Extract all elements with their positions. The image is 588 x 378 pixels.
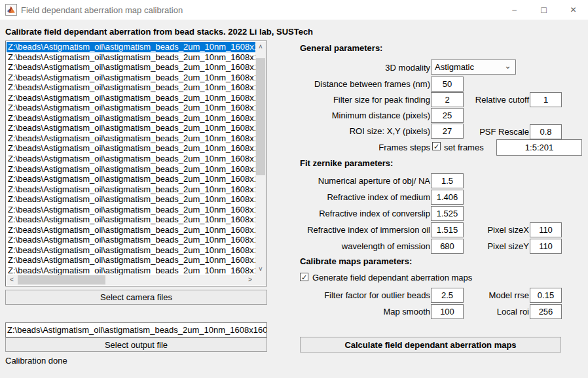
select-camera-files-button[interactable]: Select camera files: [5, 290, 267, 305]
list-item[interactable]: Z:\beads\Astigmatism_oil\astigmatism_bea…: [7, 245, 255, 256]
oil-index-field[interactable]: [431, 222, 464, 237]
set-frames-checkbox[interactable]: ✓: [432, 142, 441, 150]
outlier-filter-label: Filter factor for outlier beads: [324, 290, 430, 300]
filter-size-field[interactable]: [431, 92, 464, 107]
model-rrse-label: Model rrse: [489, 290, 529, 300]
psf-rescale-label: PSF Rescale: [479, 127, 529, 137]
pixel-size-x-label: Pixel sizeX: [487, 225, 529, 235]
modality-dropdown[interactable]: Astigmatic ⌄: [431, 60, 516, 75]
pixel-size-y-label: Pixel sizeY: [487, 241, 529, 251]
list-item[interactable]: Z:\beads\Astigmatism_oil\astigmatism_bea…: [7, 255, 255, 266]
wavelength-field[interactable]: [431, 239, 464, 254]
window-title: Field dependant aberration map calibrati…: [21, 5, 183, 15]
generate-maps-label: Generate field dependant aberration maps: [312, 273, 472, 283]
horizontal-scrollbar[interactable]: ˂ ˃: [7, 275, 255, 285]
psf-rescale-field[interactable]: [530, 124, 562, 139]
na-field[interactable]: [431, 173, 464, 188]
output-file-field[interactable]: [5, 322, 267, 337]
local-roi-field[interactable]: [530, 304, 562, 319]
maximize-button[interactable]: □: [529, 0, 559, 20]
list-item[interactable]: Z:\beads\Astigmatism_oil\astigmatism_bea…: [7, 194, 255, 205]
list-item[interactable]: Z:\beads\Astigmatism_oil\astigmatism_bea…: [7, 235, 255, 245]
modality-label: 3D modality: [385, 63, 430, 73]
list-item[interactable]: Z:\beads\Astigmatism_oil\astigmatism_bea…: [7, 205, 255, 215]
camera-files-listbox[interactable]: Z:\beads\Astigmatism_oil\astigmatism_bea…: [5, 41, 267, 286]
page-title: Calibrate field dependant aberration fro…: [5, 27, 313, 37]
min-distance-label: Minimum distance (pixels): [332, 111, 430, 120]
chevron-down-icon: ⌄: [504, 61, 511, 71]
matlab-logo-icon: [5, 4, 17, 16]
list-item[interactable]: Z:\beads\Astigmatism_oil\astigmatism_bea…: [7, 184, 255, 195]
frames-steps-label: Frames steps: [378, 143, 430, 152]
oil-index-label: Refractive index of immersion oil: [307, 225, 430, 235]
map-smooth-field[interactable]: [431, 304, 464, 319]
status-text: Calibration done: [5, 356, 67, 366]
medium-index-label: Refractive index of medium: [327, 192, 430, 202]
list-item[interactable]: Z:\beads\Astigmatism_oil\astigmatism_bea…: [7, 73, 255, 83]
roi-size-label: ROI size: X,Y (pixels): [350, 126, 430, 136]
list-item[interactable]: Z:\beads\Astigmatism_oil\astigmatism_bea…: [7, 113, 255, 124]
set-frames-label: set frames: [444, 143, 484, 152]
list-item[interactable]: Z:\beads\Astigmatism_oil\astigmatism_bea…: [7, 174, 255, 184]
scrollbar-corner: [255, 275, 266, 285]
check-icon: ✓: [433, 143, 439, 150]
frames-steps-field[interactable]: [496, 139, 582, 156]
list-item[interactable]: Z:\beads\Astigmatism_oil\astigmatism_bea…: [7, 62, 255, 73]
relative-cutoff-label: Relative cutoff: [475, 95, 529, 105]
check-icon: ✓: [301, 273, 307, 281]
scroll-left-icon[interactable]: ˂: [7, 275, 17, 285]
map-smooth-label: Map smooth: [383, 307, 430, 317]
vertical-scrollbar[interactable]: ˄ ˅: [255, 42, 266, 275]
scroll-right-icon[interactable]: ˃: [245, 275, 255, 285]
list-item[interactable]: Z:\beads\Astigmatism_oil\astigmatism_bea…: [7, 143, 255, 154]
coverslip-index-field[interactable]: [431, 206, 464, 221]
roi-size-field[interactable]: [431, 124, 464, 139]
field-aberration-calibration-window: { "window": { "title": "Field dependant …: [0, 0, 588, 378]
modality-value: Astigmatic: [435, 62, 474, 72]
file-list: Z:\beads\Astigmatism_oil\astigmatism_bea…: [7, 42, 255, 275]
list-item[interactable]: Z:\beads\Astigmatism_oil\astigmatism_bea…: [7, 123, 255, 133]
titlebar: Field dependant aberration map calibrati…: [0, 0, 588, 20]
wavelength-label: wavelength of emission: [342, 241, 430, 251]
calculate-maps-button[interactable]: Calculate field dependant aberration map…: [300, 337, 561, 352]
distance-frames-label: Distance between frames (nm): [314, 79, 430, 89]
vertical-scrollbar-thumb[interactable]: [256, 58, 265, 175]
select-output-file-button[interactable]: Select output file: [5, 337, 267, 352]
scroll-up-icon[interactable]: ˄: [255, 42, 266, 52]
list-item[interactable]: Z:\beads\Astigmatism_oil\astigmatism_bea…: [7, 225, 255, 235]
minimize-button[interactable]: –: [500, 0, 529, 20]
outlier-filter-field[interactable]: [431, 288, 464, 303]
coverslip-index-label: Refractive index of converslip: [319, 209, 430, 218]
model-rrse-field[interactable]: [530, 288, 562, 303]
list-item[interactable]: Z:\beads\Astigmatism_oil\astigmatism_bea…: [7, 266, 255, 275]
min-distance-field[interactable]: [431, 108, 464, 123]
scroll-down-icon[interactable]: ˅: [255, 264, 266, 275]
close-button[interactable]: ✕: [559, 0, 588, 20]
horizontal-scrollbar-thumb[interactable]: [18, 275, 105, 284]
list-item[interactable]: Z:\beads\Astigmatism_oil\astigmatism_bea…: [7, 154, 255, 164]
list-item[interactable]: Z:\beads\Astigmatism_oil\astigmatism_bea…: [7, 52, 255, 63]
list-item[interactable]: Z:\beads\Astigmatism_oil\astigmatism_bea…: [7, 164, 255, 175]
local-roi-label: Local roi: [497, 307, 529, 317]
zernike-parameters-title: Fit zernike parameters:: [300, 158, 393, 168]
general-parameters-title: General parameters:: [300, 43, 382, 53]
na-label: Numerical aperture of obj/ NA: [318, 176, 430, 186]
pixel-size-x-field[interactable]: [530, 222, 562, 237]
list-item[interactable]: Z:\beads\Astigmatism_oil\astigmatism_bea…: [7, 215, 255, 225]
generate-maps-checkbox[interactable]: ✓: [300, 273, 308, 281]
pixel-size-y-field[interactable]: [530, 239, 562, 254]
list-item[interactable]: Z:\beads\Astigmatism_oil\astigmatism_bea…: [7, 103, 255, 113]
calibrate-parameters-title: Calibrate maps parameters:: [300, 256, 412, 266]
list-item[interactable]: Z:\beads\Astigmatism_oil\astigmatism_bea…: [7, 133, 255, 144]
distance-frames-field[interactable]: [431, 77, 464, 92]
list-item[interactable]: Z:\beads\Astigmatism_oil\astigmatism_bea…: [7, 82, 255, 93]
filter-size-label: Filter size for peak finding: [333, 95, 430, 105]
medium-index-field[interactable]: [431, 190, 464, 205]
list-item[interactable]: Z:\beads\Astigmatism_oil\astigmatism_bea…: [7, 42, 255, 52]
relative-cutoff-field[interactable]: [530, 92, 562, 107]
list-item[interactable]: Z:\beads\Astigmatism_oil\astigmatism_bea…: [7, 93, 255, 103]
